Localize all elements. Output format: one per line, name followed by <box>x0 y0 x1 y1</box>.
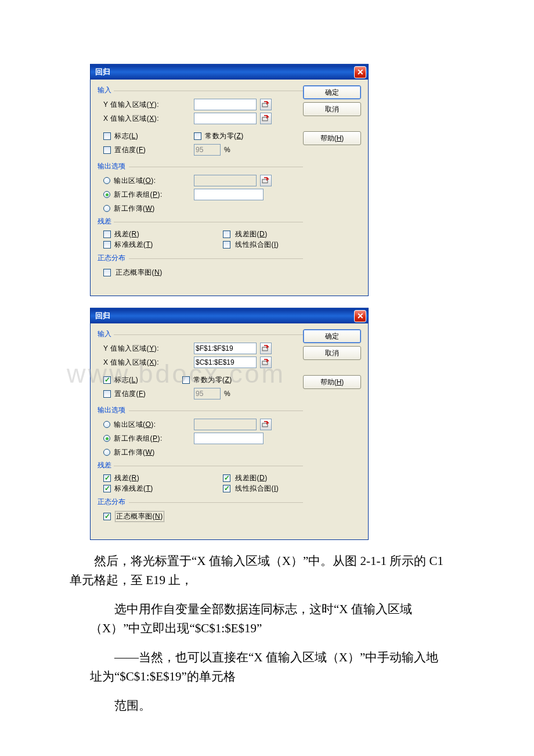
x-range-picker-icon[interactable] <box>260 113 272 124</box>
cancel-button[interactable]: 取消 <box>303 102 361 116</box>
new-workbook-radio[interactable] <box>103 449 110 456</box>
residual-checkbox[interactable] <box>103 474 111 482</box>
ok-button[interactable]: 确定 <box>303 329 361 343</box>
normal-prob-checkbox[interactable] <box>103 513 111 520</box>
std-residual-checkbox[interactable] <box>103 241 111 249</box>
labels-checkbox[interactable] <box>103 376 111 384</box>
confidence-checkbox[interactable] <box>103 146 111 154</box>
residual-plot-label: 残差图(D) <box>235 473 268 483</box>
normal-prob-label: 正态概率图(N) <box>116 512 164 521</box>
constant-zero-checkbox[interactable] <box>194 132 201 140</box>
input-legend: 输入 <box>96 329 303 339</box>
constant-zero-label: 常数为零(Z) <box>193 375 232 385</box>
x-input-label: X 值输入区域(X): <box>103 358 190 368</box>
regression-dialog-2: 回归 ✕ 输入 Y 值输入区域(Y): $F$1:$F$19 <box>90 308 369 540</box>
y-input-label: Y 值输入区域(Y): <box>103 100 190 110</box>
output-range-label: 输出区域(O): <box>114 176 156 186</box>
constant-zero-label: 常数为零(Z) <box>205 131 244 141</box>
y-range-picker-icon[interactable] <box>260 343 272 354</box>
new-workbook-label: 新工作薄(W) <box>114 204 155 214</box>
residual-plot-label: 残差图(D) <box>235 229 268 239</box>
paragraph-4: 范围。 <box>90 696 447 715</box>
paragraph-2: 选中用作自变量全部数据连同标志，这时“X 值输入区域（X）”中立即出现“$C$1… <box>90 600 447 638</box>
screenshots-container: www.bdocx.com 回归 ✕ 输入 Y 值输入区域(Y): <box>90 64 459 540</box>
line-fit-checkbox[interactable] <box>223 241 230 249</box>
paragraph-3: ——当然，也可以直接在“X 值输入区域（X）”中手动输入地址为“$C$1:$E$… <box>90 648 447 686</box>
pct-label: % <box>224 390 230 398</box>
pct-label: % <box>224 146 230 154</box>
new-worksheet-label: 新工作表组(P): <box>114 190 163 200</box>
titlebar: 回归 ✕ <box>91 64 368 80</box>
close-icon: ✕ <box>357 68 364 76</box>
close-button[interactable]: ✕ <box>354 66 366 78</box>
output-range-label: 输出区域(O): <box>114 420 156 430</box>
output-legend: 输出选项 <box>96 161 303 171</box>
labels-label: 标志(L) <box>114 131 138 141</box>
x-input-field[interactable] <box>194 113 257 124</box>
input-legend: 输入 <box>96 85 303 95</box>
new-workbook-label: 新工作薄(W) <box>114 448 155 458</box>
help-button[interactable]: 帮助(H) <box>303 131 361 145</box>
residual-checkbox[interactable] <box>103 231 111 238</box>
close-button[interactable]: ✕ <box>354 310 366 322</box>
new-worksheet-radio[interactable] <box>103 435 110 442</box>
ok-button[interactable]: 确定 <box>303 85 361 99</box>
output-range-radio[interactable] <box>103 177 110 184</box>
residual-plot-checkbox[interactable] <box>223 474 230 482</box>
dialog-title: 回归 <box>95 67 110 77</box>
std-residual-checkbox[interactable] <box>103 485 111 492</box>
output-range-radio[interactable] <box>103 421 110 428</box>
confidence-label: 置信度(F) <box>114 145 146 155</box>
x-input-field[interactable]: $C$1:$E$19 <box>194 357 257 368</box>
new-worksheet-field[interactable] <box>194 189 264 200</box>
x-input-label: X 值输入区域(X): <box>103 114 190 124</box>
constant-zero-checkbox[interactable] <box>182 376 190 384</box>
residual-label: 残差(R) <box>114 473 139 483</box>
labels-label: 标志(L) <box>114 375 138 385</box>
titlebar: 回归 ✕ <box>91 308 368 323</box>
cancel-button[interactable]: 取消 <box>303 346 361 360</box>
output-range-field[interactable] <box>194 175 257 186</box>
residual-label: 残差(R) <box>114 229 139 239</box>
dialog-title: 回归 <box>95 311 110 321</box>
output-range-picker-icon[interactable] <box>260 419 272 430</box>
new-worksheet-radio[interactable] <box>103 191 110 198</box>
line-fit-checkbox[interactable] <box>223 485 230 492</box>
confidence-value[interactable]: 95 <box>194 388 221 399</box>
normal-prob-label: 正态概率图(N) <box>116 268 163 278</box>
close-icon: ✕ <box>357 312 364 320</box>
line-fit-label: 线性拟合图(I) <box>235 484 279 494</box>
confidence-value[interactable]: 95 <box>194 144 221 156</box>
residual-legend: 残差 <box>96 217 303 226</box>
std-residual-label: 标准残差(T) <box>114 484 153 494</box>
x-range-picker-icon[interactable] <box>260 357 272 368</box>
y-input-field[interactable] <box>194 99 257 110</box>
regression-dialog-1: 回归 ✕ 输入 Y 值输入区域(Y): <box>90 64 369 296</box>
normal-prob-checkbox[interactable] <box>103 269 111 276</box>
residual-plot-checkbox[interactable] <box>223 231 230 238</box>
new-worksheet-label: 新工作表组(P): <box>114 434 163 444</box>
help-button[interactable]: 帮助(H) <box>303 375 361 389</box>
paragraph-1: 然后，将光标置于“X 值输入区域（X）”中。从图 2-1-1 所示的 C1 单元… <box>70 552 447 589</box>
y-range-picker-icon[interactable] <box>260 99 272 110</box>
residual-legend: 残差 <box>96 460 303 470</box>
new-worksheet-field[interactable] <box>194 433 264 444</box>
normal-legend: 正态分布 <box>96 253 303 263</box>
std-residual-label: 标准残差(T) <box>114 240 153 250</box>
output-range-picker-icon[interactable] <box>260 175 272 186</box>
confidence-label: 置信度(F) <box>114 389 146 399</box>
normal-legend: 正态分布 <box>96 497 303 507</box>
confidence-checkbox[interactable] <box>103 390 111 398</box>
output-range-field[interactable] <box>194 419 257 430</box>
line-fit-label: 线性拟合图(I) <box>235 240 279 250</box>
y-input-field[interactable]: $F$1:$F$19 <box>194 343 257 354</box>
y-input-label: Y 值输入区域(Y): <box>103 344 190 354</box>
labels-checkbox[interactable] <box>103 132 111 140</box>
output-legend: 输出选项 <box>96 405 303 415</box>
new-workbook-radio[interactable] <box>103 205 110 212</box>
